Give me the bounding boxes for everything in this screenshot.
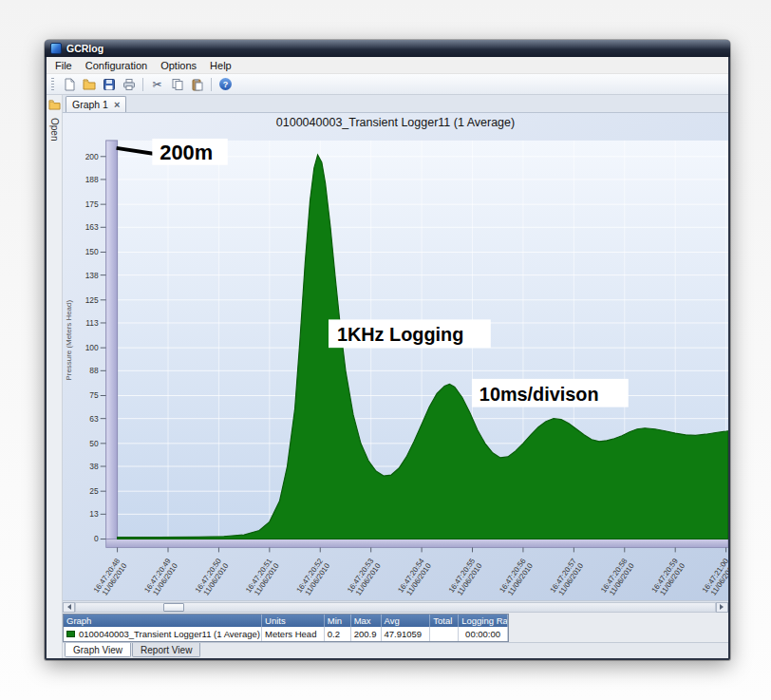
toolbar: ✂ ? [47, 74, 728, 95]
menu-file[interactable]: File [48, 60, 79, 71]
view-tabstrip: Graph ViewReport View [63, 642, 728, 658]
toolbar-separator [211, 78, 212, 91]
table-header-row: GraphUnitsMinMaxAvgTotalLogging Rate [64, 615, 508, 627]
menubar: FileConfigurationOptionsHelp [47, 57, 728, 74]
table-cell-min: 0.2 [325, 627, 351, 641]
save-icon[interactable] [100, 75, 118, 93]
legend-table-area: GraphUnitsMinMaxAvgTotalLogging Rate 010… [63, 613, 728, 642]
sidebar-tab-open[interactable]: Open [49, 118, 60, 141]
window-title: GCRlog [66, 43, 103, 54]
svg-text:16:47:20:5211/06/2010: 16:47:20:5211/06/2010 [294, 557, 331, 599]
table-cell-max: 200.9 [351, 627, 382, 641]
x-axis-floor [106, 539, 728, 548]
scroll-right-icon[interactable] [716, 602, 728, 613]
series-table: GraphUnitsMinMaxAvgTotalLogging Rate 010… [63, 614, 509, 642]
copy-icon[interactable] [168, 75, 186, 93]
table-header-graph[interactable]: Graph [64, 615, 262, 627]
print-icon[interactable] [120, 75, 138, 93]
menu-options[interactable]: Options [154, 60, 203, 71]
svg-text:163: 163 [85, 222, 99, 232]
svg-text:188: 188 [85, 175, 99, 184]
svg-text:16:47:20:5711/06/2010: 16:47:20:5711/06/2010 [549, 557, 586, 599]
svg-text:0: 0 [94, 535, 99, 544]
annotation-text: 200m [160, 141, 213, 164]
table-cell-name: 0100040003_Transient Logger11 (1 Average… [64, 627, 262, 641]
svg-text:75: 75 [89, 390, 99, 400]
table-header-total[interactable]: Total [430, 615, 459, 627]
app-icon [50, 43, 62, 54]
series-color-swatch [66, 631, 75, 637]
table-row[interactable]: 0100040003_Transient Logger11 (1 Average… [64, 627, 508, 641]
paste-icon[interactable] [188, 75, 206, 93]
svg-text:50: 50 [89, 439, 99, 448]
y-axis-wall [106, 141, 118, 539]
open-folder-icon[interactable] [80, 75, 98, 93]
menu-help[interactable]: Help [203, 60, 238, 71]
svg-text:16:47:20:5511/06/2010: 16:47:20:5511/06/2010 [447, 557, 484, 599]
new-document-icon[interactable] [60, 75, 78, 93]
table-header-units[interactable]: Units [262, 615, 325, 627]
svg-text:16:47:20:5011/06/2010: 16:47:20:5011/06/2010 [194, 557, 231, 599]
pressure-area-chart: 2001881751631501381251131008875635038251… [63, 131, 728, 600]
svg-text:16:47:20:4911/06/2010: 16:47:20:4911/06/2010 [142, 557, 179, 599]
svg-text:16:47:20:5311/06/2010: 16:47:20:5311/06/2010 [346, 557, 383, 599]
chart-title: 0100040003_Transient Logger11 (1 Average… [63, 113, 728, 129]
svg-text:150: 150 [85, 247, 99, 256]
svg-text:16:47:20:4811/06/2010: 16:47:20:4811/06/2010 [92, 557, 129, 599]
table-body: 0100040003_Transient Logger11 (1 Average… [64, 627, 508, 641]
cut-icon[interactable]: ✂ [148, 75, 166, 93]
table-header-logging-rate[interactable]: Logging Rate [459, 615, 508, 627]
horizontal-scrollbar[interactable] [63, 600, 728, 613]
table-header-avg[interactable]: Avg [382, 615, 431, 627]
table-cell-avg: 47.91059 [382, 627, 431, 641]
document-tabstrip: Graph 1 × [63, 95, 728, 113]
svg-text:13: 13 [89, 509, 99, 519]
close-icon[interactable]: × [114, 100, 120, 110]
desktop-background: GCRlog FileConfigurationOptionsHelp [0, 0, 771, 700]
svg-text:25: 25 [89, 486, 99, 496]
table-header-min[interactable]: Min [325, 615, 351, 627]
tab-label: Graph 1 [72, 99, 108, 110]
svg-text:16:47:20:5811/06/2010: 16:47:20:5811/06/2010 [599, 557, 636, 599]
svg-text:88: 88 [89, 366, 99, 375]
open-folder-icon[interactable] [48, 97, 61, 114]
svg-text:125: 125 [85, 295, 99, 305]
svg-text:175: 175 [85, 199, 99, 209]
svg-text:16:47:20:5611/06/2010: 16:47:20:5611/06/2010 [498, 557, 535, 599]
table-header-max[interactable]: Max [351, 615, 382, 627]
annotation-text: 1KHz Logging [337, 324, 463, 345]
sidebar-autohide-strip: Open [47, 95, 63, 658]
window-frame: FileConfigurationOptionsHelp ✂ [47, 57, 728, 658]
tab-graph-1[interactable]: Graph 1 × [66, 96, 126, 112]
table-cell-logging_rate: 00:00:00 [459, 627, 508, 641]
svg-text:16:47:20:5911/06/2010: 16:47:20:5911/06/2010 [649, 557, 686, 599]
svg-text:113: 113 [85, 318, 99, 328]
tab-graph-view[interactable]: Graph View [65, 643, 131, 657]
tab-report-view[interactable]: Report View [132, 643, 200, 657]
table-cell-units: Meters Head [262, 627, 325, 641]
toolbar-separator [142, 78, 143, 91]
svg-text:100: 100 [85, 343, 99, 352]
svg-text:16:47:20:5111/06/2010: 16:47:20:5111/06/2010 [244, 557, 281, 599]
help-icon[interactable]: ? [216, 75, 235, 93]
svg-text:16:47:21:0011/06/2010: 16:47:21:0011/06/2010 [701, 557, 728, 599]
y-axis-title: Pressure (Meters Head) [65, 300, 73, 381]
svg-text:138: 138 [85, 271, 99, 280]
scrollbar-thumb[interactable] [163, 603, 184, 612]
svg-text:16:47:20:5411/06/2010: 16:47:20:5411/06/2010 [396, 557, 433, 599]
svg-text:38: 38 [89, 462, 99, 471]
menu-configuration[interactable]: Configuration [79, 60, 154, 71]
gcrlog-window: GCRlog FileConfigurationOptionsHelp [45, 40, 730, 660]
annotation-text: 10ms/divison [480, 384, 599, 405]
table-cell-total [430, 627, 459, 641]
svg-text:63: 63 [89, 414, 99, 424]
chart-panel: 0100040003_Transient Logger11 (1 Average… [63, 113, 728, 600]
toolbar-grip [51, 78, 54, 90]
titlebar[interactable]: GCRlog [45, 40, 730, 57]
svg-text:200: 200 [85, 152, 99, 161]
scrollbar-track[interactable] [75, 602, 716, 613]
scroll-left-icon[interactable] [63, 602, 75, 613]
